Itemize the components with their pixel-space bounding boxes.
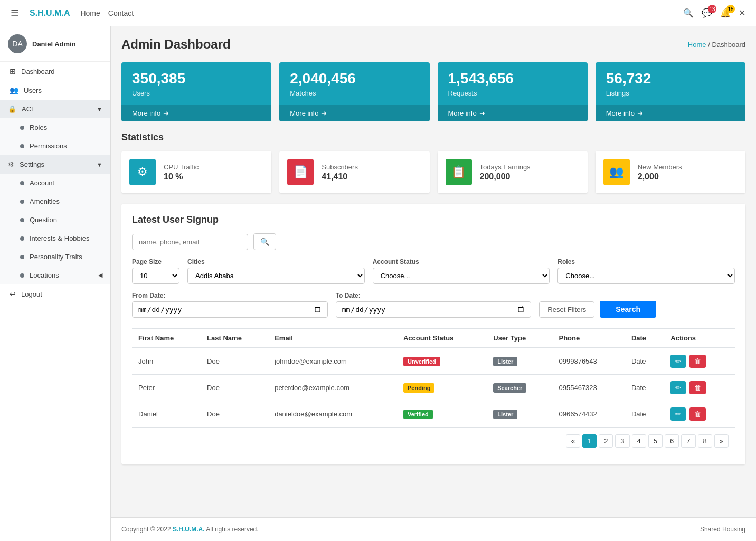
sidebar-item-roles[interactable]: Roles bbox=[11, 118, 110, 137]
chat-icon[interactable]: 💬 13 bbox=[702, 8, 712, 18]
cell-phone: 0955467323 bbox=[553, 375, 625, 401]
edit-button[interactable]: ✏ bbox=[670, 355, 686, 368]
nav-home[interactable]: Home bbox=[80, 9, 100, 17]
sidebar-item-logout[interactable]: ↩ Logout bbox=[0, 284, 110, 303]
page-btn[interactable]: 6 bbox=[665, 434, 679, 448]
sidebar-item-label: Roles bbox=[30, 124, 47, 131]
to-date-input[interactable] bbox=[336, 301, 532, 318]
stat-label: Listings bbox=[606, 89, 735, 97]
usertype-badge: Lister bbox=[493, 357, 517, 366]
page-btn[interactable]: « bbox=[566, 434, 580, 448]
page-size-select[interactable]: 10 25 50 100 bbox=[132, 268, 179, 284]
dot-icon bbox=[20, 236, 24, 241]
cell-usertype: Lister bbox=[487, 401, 552, 428]
page-btn[interactable]: 7 bbox=[681, 434, 695, 448]
account-status-select[interactable]: Choose... Verified Unverified Pending bbox=[373, 268, 550, 284]
search-icon[interactable]: 🔍 bbox=[683, 8, 694, 18]
edit-button[interactable]: ✏ bbox=[670, 407, 686, 421]
page-header: Admin Dashboard Home / Dashboard bbox=[121, 37, 745, 52]
table-row: Peter Doe peterdoe@example.com Pending S… bbox=[132, 375, 735, 401]
usertype-badge: Lister bbox=[493, 410, 517, 419]
cpu-icon: ⚙ bbox=[129, 159, 156, 185]
cell-status: Verified bbox=[397, 401, 487, 428]
brand-logo[interactable]: S.H.U.M.A bbox=[30, 8, 70, 18]
account-status-filter: Account Status Choose... Verified Unveri… bbox=[373, 258, 550, 284]
stat-card-matches: 2,040,456 Matches More info ➜ bbox=[279, 62, 429, 121]
page-btn[interactable]: 3 bbox=[615, 434, 629, 448]
cell-lastname: Doe bbox=[201, 348, 268, 375]
sidebar-item-amenities[interactable]: Amenities bbox=[11, 192, 110, 211]
stat-value: 1,543,656 bbox=[448, 70, 577, 87]
col-phone: Phone bbox=[553, 329, 625, 348]
stat-card-footer[interactable]: More info ➜ bbox=[279, 105, 429, 121]
cell-actions: ✏ 🗑 bbox=[664, 401, 735, 428]
sidebar-item-locations[interactable]: Locations ◀ bbox=[11, 266, 110, 284]
cell-actions: ✏ 🗑 bbox=[664, 375, 735, 401]
page-btn[interactable]: 4 bbox=[632, 434, 646, 448]
sidebar-item-settings[interactable]: ⚙ Settings ▼ bbox=[0, 155, 110, 174]
col-actions: Actions bbox=[664, 329, 735, 348]
bell-icon[interactable]: 🔔 15 bbox=[720, 8, 731, 18]
cell-usertype: Searcher bbox=[487, 375, 552, 401]
page-btn[interactable]: » bbox=[714, 434, 729, 448]
sidebar-item-label: Personality Traits bbox=[30, 253, 82, 261]
stat-label: Requests bbox=[448, 89, 577, 97]
page-btn[interactable]: 8 bbox=[698, 434, 712, 448]
cell-phone: 0999876543 bbox=[553, 348, 625, 375]
arrow-right-icon: ➜ bbox=[637, 109, 643, 117]
page-size-filter: Page Size 10 25 50 100 bbox=[132, 258, 179, 284]
page-btn[interactable]: 5 bbox=[648, 434, 663, 448]
sidebar-item-permissions[interactable]: Permissions bbox=[11, 137, 110, 155]
statistics-section: Statistics ⚙ CPU Traffic 10 % 📄 Subscrib… bbox=[121, 132, 745, 193]
cell-email: danieldoe@example.com bbox=[268, 401, 397, 428]
reset-filters-button[interactable]: Reset Filters bbox=[539, 301, 594, 318]
layout: DA Daniel Admin ⊞ Dashboard 👥 Users 🔒 AC… bbox=[0, 26, 756, 517]
search-icon-button[interactable]: 🔍 bbox=[253, 233, 276, 250]
cell-lastname: Doe bbox=[201, 401, 268, 428]
from-date-input[interactable] bbox=[132, 301, 328, 318]
sidebar-item-personality[interactable]: Personality Traits bbox=[11, 248, 110, 266]
search-input[interactable] bbox=[132, 234, 248, 250]
footer-brand[interactable]: S.H.U.M.A. bbox=[173, 526, 205, 533]
lock-icon: 🔒 bbox=[8, 105, 16, 113]
page-btn[interactable]: 1 bbox=[582, 434, 597, 448]
stat-card-footer[interactable]: More info ➜ bbox=[438, 105, 588, 121]
roles-select[interactable]: Choose... Admin User bbox=[557, 268, 735, 284]
col-usertype: User Type bbox=[487, 329, 552, 348]
usertype-badge: Searcher bbox=[493, 383, 526, 393]
sidebar-item-users[interactable]: 👥 Users bbox=[0, 81, 110, 100]
nav-contact[interactable]: Contact bbox=[108, 9, 134, 17]
sidebar-item-acl[interactable]: 🔒 ACL ▼ bbox=[0, 100, 110, 118]
stats-card-earnings: 📋 Todays Earnings 200,000 bbox=[438, 151, 588, 193]
sidebar-item-interests[interactable]: Interests & Hobbies bbox=[11, 229, 110, 248]
dashboard-icon: ⊞ bbox=[10, 67, 16, 75]
roles-filter: Roles Choose... Admin User bbox=[557, 258, 735, 284]
from-date-label: From Date: bbox=[132, 292, 328, 299]
cell-date: Date bbox=[625, 348, 664, 375]
to-date-label: To Date: bbox=[336, 292, 532, 299]
close-icon[interactable]: ✕ bbox=[739, 8, 745, 18]
delete-button[interactable]: 🗑 bbox=[689, 407, 706, 421]
sidebar-item-label: Interests & Hobbies bbox=[30, 234, 89, 242]
page-btn[interactable]: 2 bbox=[599, 434, 613, 448]
delete-button[interactable]: 🗑 bbox=[689, 355, 706, 368]
stat-card-footer[interactable]: More info ➜ bbox=[121, 105, 271, 121]
edit-button[interactable]: ✏ bbox=[670, 381, 686, 394]
stat-footer-text: More info bbox=[448, 109, 477, 117]
sidebar-item-question[interactable]: Question bbox=[11, 211, 110, 229]
sidebar-item-dashboard[interactable]: ⊞ Dashboard bbox=[0, 62, 110, 81]
stat-card-footer[interactable]: More info ➜ bbox=[596, 105, 745, 121]
footer-rights: All rights reserved. bbox=[206, 526, 258, 533]
stats-card-subscribers: 📄 Subscribers 41,410 bbox=[279, 151, 429, 193]
sidebar: DA Daniel Admin ⊞ Dashboard 👥 Users 🔒 AC… bbox=[0, 26, 111, 541]
top-nav-links: Home Contact bbox=[80, 9, 134, 17]
cities-select[interactable]: Addis Ababa Dire Dawa Hawassa bbox=[187, 268, 365, 284]
cell-email: peterdoe@example.com bbox=[268, 375, 397, 401]
stat-footer-text: More info bbox=[290, 109, 318, 117]
cell-status: Unverified bbox=[397, 348, 487, 375]
sidebar-item-account[interactable]: Account bbox=[11, 174, 110, 192]
breadcrumb-home[interactable]: Home bbox=[688, 41, 706, 49]
hamburger-icon[interactable]: ☰ bbox=[11, 7, 19, 19]
delete-button[interactable]: 🗑 bbox=[689, 381, 706, 394]
search-button[interactable]: Search bbox=[600, 301, 656, 318]
